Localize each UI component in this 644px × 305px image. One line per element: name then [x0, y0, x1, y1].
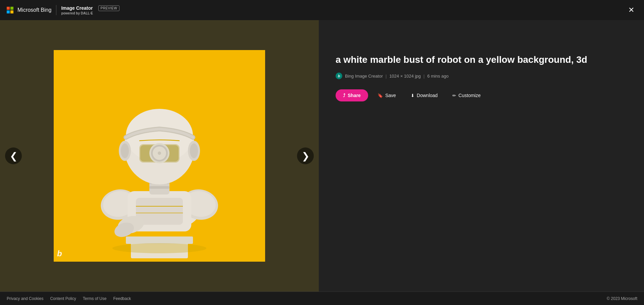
- app-title-section: Image Creator PREVIEW powered by DALL·E: [61, 5, 119, 15]
- image-dimensions: 1024 × 1024 jpg: [389, 74, 421, 79]
- image-meta: b Bing Image Creator | 1024 × 1024 jpg |…: [336, 73, 627, 79]
- ms-logo-yellow: [10, 10, 13, 13]
- main-area: b a white marble bust of robot on a yell…: [0, 20, 644, 292]
- chevron-right-icon: [302, 150, 309, 162]
- footer: Privacy and Cookies Content Policy Terms…: [0, 292, 644, 305]
- share-button[interactable]: Share: [336, 89, 368, 101]
- customize-label: Customize: [458, 93, 481, 98]
- ms-logo-blue: [7, 10, 10, 13]
- image-panel: b: [0, 20, 319, 292]
- ms-logo-red: [7, 7, 10, 10]
- terms-link[interactable]: Terms of Use: [83, 296, 107, 301]
- info-panel: a white marble bust of robot on a yellow…: [319, 20, 644, 292]
- microsoft-logo: [7, 7, 13, 13]
- save-icon: [378, 93, 383, 98]
- image-watermark: b: [57, 249, 62, 258]
- chevron-left-icon: [10, 150, 17, 162]
- save-label: Save: [385, 93, 396, 98]
- powered-by: powered by DALL·E: [61, 11, 119, 15]
- download-icon: [411, 93, 414, 98]
- image-title: a white marble bust of robot on a yellow…: [336, 54, 627, 66]
- feedback-link[interactable]: Feedback: [113, 296, 131, 301]
- header: Microsoft Bing Image Creator PREVIEW pow…: [0, 0, 644, 20]
- ms-logo-green: [10, 7, 13, 10]
- customize-button[interactable]: Customize: [447, 89, 486, 101]
- svg-point-21: [158, 151, 161, 155]
- share-icon: [343, 93, 345, 98]
- svg-rect-13: [149, 186, 169, 189]
- svg-point-29: [112, 243, 206, 253]
- preview-badge: PREVIEW: [98, 5, 120, 11]
- action-buttons: Share Save Download Customize: [336, 89, 627, 101]
- close-button[interactable]: [625, 4, 637, 16]
- header-logo: Microsoft Bing: [7, 7, 51, 13]
- header-divider: [56, 5, 56, 15]
- bing-label: Microsoft Bing: [17, 7, 51, 13]
- close-icon: [628, 6, 634, 14]
- download-button[interactable]: Download: [405, 89, 443, 101]
- source-name: Bing Image Creator: [345, 74, 383, 79]
- meta-sep-2: |: [424, 74, 425, 79]
- prev-button[interactable]: [5, 147, 22, 164]
- share-label: Share: [348, 93, 361, 98]
- svg-rect-1: [126, 236, 193, 244]
- meta-sep-1: |: [386, 74, 387, 79]
- main-image: b: [54, 50, 265, 262]
- customize-icon: [452, 93, 456, 98]
- next-button[interactable]: [297, 147, 314, 164]
- bing-source-icon: b: [336, 73, 342, 79]
- save-button[interactable]: Save: [372, 89, 401, 101]
- time-ago: 6 mins ago: [427, 74, 449, 79]
- copyright: © 2023 Microsoft: [607, 296, 637, 301]
- download-label: Download: [417, 93, 438, 98]
- content-policy-link[interactable]: Content Policy: [50, 296, 76, 301]
- robot-svg: [54, 50, 265, 262]
- svg-point-23: [121, 143, 129, 158]
- svg-point-25: [190, 143, 198, 158]
- privacy-link[interactable]: Privacy and Cookies: [7, 296, 43, 301]
- app-title: Image Creator: [61, 5, 93, 11]
